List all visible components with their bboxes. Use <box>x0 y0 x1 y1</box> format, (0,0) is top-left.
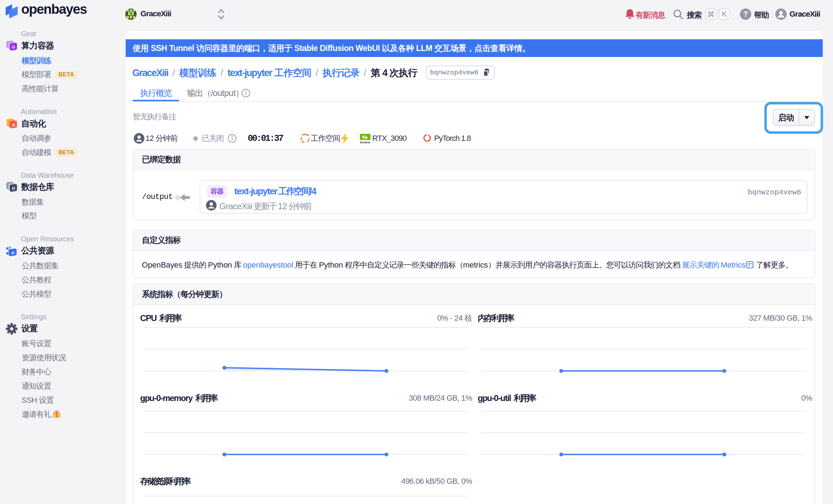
svg-text:D: D <box>12 185 15 191</box>
svg-text:G: G <box>12 44 15 50</box>
svg-text:NVIDIA: NVIDIA <box>360 141 370 144</box>
svg-text:o: o <box>11 250 14 255</box>
svg-text:A: A <box>12 122 15 127</box>
